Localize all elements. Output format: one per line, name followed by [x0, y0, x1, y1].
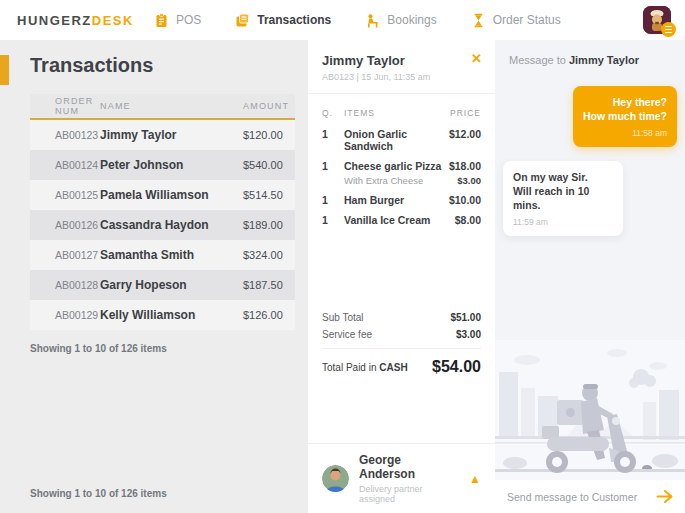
table-row[interactable]: AB00126 Cassandra Haydon $189.00 — [30, 210, 295, 240]
items-col-name: ITEMS — [344, 108, 450, 118]
order-num-cell: AB00129 — [30, 309, 100, 321]
message-time: 11:58 am — [583, 128, 667, 139]
item-qty: 1 — [322, 128, 344, 152]
order-item: 1 Onion Garlic Sandwich $12.00 — [322, 128, 481, 152]
column-header-amount: AMOUNT — [243, 101, 295, 111]
table-row[interactable]: AB00128 Garry Hopeson $187.50 — [30, 270, 295, 300]
items-col-qty: Q. — [322, 108, 344, 118]
pos-icon — [154, 13, 169, 28]
item-price: $12.00 — [449, 128, 481, 152]
name-cell: Samantha Smith — [100, 248, 243, 262]
item-price: $8.00 — [455, 214, 481, 226]
order-totals: Sub Total $51.00 Service fee $3.00 Total… — [308, 312, 495, 376]
order-item: 1 Vanilla Ice Cream $8.00 — [322, 214, 481, 226]
column-header-name: NAME — [100, 101, 243, 111]
message-line: How much time? — [583, 109, 667, 123]
order-customer-name: Jimmy Taylor — [322, 53, 481, 68]
chat-header-name: Jimmy Taylor — [569, 54, 639, 66]
message-line: On my way Sir. — [513, 170, 613, 184]
order-num-cell: AB00128 — [30, 279, 100, 291]
top-nav-bar: HUNGERZDESK POS Transactions Bookings — [0, 0, 685, 40]
total-paid-label: Total Paid in CASH — [322, 362, 408, 373]
courier-avatar — [322, 465, 349, 492]
bookings-icon — [365, 13, 380, 28]
name-cell: Garry Hopeson — [100, 278, 243, 292]
order-meta: AB0123 | 15 Jun, 11:35 am — [322, 72, 481, 82]
chat-message-input[interactable] — [507, 491, 648, 503]
addon-price: $3.00 — [457, 175, 481, 186]
table-row[interactable]: AB00124 Peter Johnson $540.00 — [30, 150, 295, 180]
nav-item-bookings[interactable]: Bookings — [365, 13, 436, 28]
amount-cell: $540.00 — [243, 159, 295, 171]
name-cell: Peter Johnson — [100, 158, 243, 172]
profile-avatar[interactable] — [643, 6, 671, 34]
item-name: Ham Burger — [344, 194, 449, 206]
table-row[interactable]: AB00127 Samantha Smith $324.00 — [30, 240, 295, 270]
nav-label-bookings: Bookings — [387, 13, 436, 27]
profile-menu-icon[interactable] — [661, 22, 676, 37]
total-label-prefix: Total Paid in — [322, 362, 379, 373]
subtotal-value: $51.00 — [450, 312, 481, 323]
chat-message-customer: Hey there? How much time? 11:58 am — [573, 86, 677, 147]
service-fee-label: Service fee — [322, 329, 372, 340]
nav-label-transactions: Transactions — [257, 13, 331, 27]
transactions-panel: Transactions ORDER NUM NAME AMOUNT AB001… — [0, 40, 308, 513]
table-row[interactable]: AB00123 Jimmy Taylor $120.00 — [30, 120, 295, 150]
chat-panel: Message to Jimmy Taylor Hey there? How m… — [495, 40, 685, 513]
nav-item-order-status[interactable]: Order Status — [471, 13, 561, 28]
message-time: 11:59 am — [513, 217, 613, 228]
order-num-cell: AB00123 — [30, 129, 100, 141]
item-name: Vanilla Ice Cream — [344, 214, 455, 226]
message-line: Will reach in 10 mins. — [513, 184, 613, 212]
nav-item-pos[interactable]: POS — [154, 13, 201, 28]
expand-up-icon[interactable]: ▲ — [469, 472, 481, 486]
courier-status: Delivery partner assigned — [359, 484, 459, 504]
item-qty: 1 — [322, 194, 344, 206]
service-fee-value: $3.00 — [456, 329, 481, 340]
nav-label-order-status: Order Status — [493, 13, 561, 27]
order-detail-header: Jimmy Taylor AB0123 | 15 Jun, 11:35 am ✕ — [308, 40, 495, 94]
logo-text-primary: HUNGERZ — [17, 13, 92, 28]
amount-cell: $189.00 — [243, 219, 295, 231]
order-num-cell: AB00126 — [30, 219, 100, 231]
name-cell: Pamela Williamson — [100, 188, 243, 202]
total-paid-value: $54.00 — [432, 358, 481, 376]
order-num-cell: AB00124 — [30, 159, 100, 171]
item-name: Cheese garlic Pizza — [344, 160, 449, 172]
chat-header: Message to Jimmy Taylor — [495, 40, 685, 70]
close-icon[interactable]: ✕ — [471, 52, 482, 65]
item-price: $18.00 — [449, 160, 481, 172]
order-detail-panel: Jimmy Taylor AB0123 | 15 Jun, 11:35 am ✕… — [308, 40, 495, 513]
delivery-partner-bar[interactable]: George Anderson Delivery partner assigne… — [308, 443, 495, 513]
nav-item-transactions[interactable]: Transactions — [235, 13, 331, 28]
chat-message-agent: On my way Sir. Will reach in 10 mins. 11… — [503, 161, 623, 236]
table-header-row: ORDER NUM NAME AMOUNT — [30, 94, 295, 120]
subtotal-row: Sub Total $51.00 — [322, 312, 481, 323]
title-accent-bar — [0, 55, 9, 85]
main-nav: POS Transactions Bookings Order Status — [154, 13, 595, 28]
amount-cell: $126.00 — [243, 309, 295, 321]
order-items-list: Q. ITEMS PRICE 1 Onion Garlic Sandwich $… — [308, 94, 495, 234]
courier-info: George Anderson Delivery partner assigne… — [359, 453, 459, 504]
order-status-icon — [471, 13, 486, 28]
items-header-row: Q. ITEMS PRICE — [322, 108, 481, 118]
name-cell: Kelly Williamson — [100, 308, 243, 322]
delivery-illustration — [495, 340, 685, 480]
brand-logo[interactable]: HUNGERZDESK — [17, 13, 134, 28]
send-icon[interactable] — [656, 488, 673, 505]
items-col-price: PRICE — [450, 108, 481, 118]
total-paid-row: Total Paid in CASH $54.00 — [322, 348, 481, 376]
service-fee-row: Service fee $3.00 — [322, 329, 481, 340]
column-header-order-num: ORDER NUM — [30, 96, 100, 116]
table-row[interactable]: AB00125 Pamela Williamson $514.50 — [30, 180, 295, 210]
amount-cell: $324.00 — [243, 249, 295, 261]
amount-cell: $514.50 — [243, 189, 295, 201]
table-row[interactable]: AB00129 Kelly Williamson $126.00 — [30, 300, 295, 330]
item-qty: 1 — [322, 160, 344, 172]
order-num-cell: AB00127 — [30, 249, 100, 261]
item-name: Onion Garlic Sandwich — [344, 128, 449, 152]
addon-name: With Extra Cheese — [344, 175, 457, 186]
order-num-cell: AB00125 — [30, 189, 100, 201]
app-window: HUNGERZDESK POS Transactions Bookings — [0, 0, 685, 513]
logo-text-accent: DESK — [92, 13, 134, 28]
